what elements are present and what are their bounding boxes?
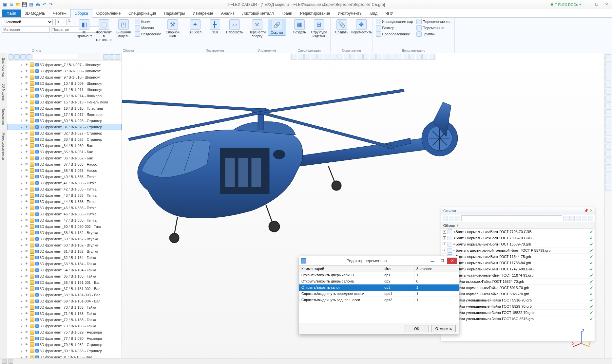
expand-icon[interactable]: ▸ — [21, 188, 24, 191]
eye-icon[interactable]: 👁 — [25, 318, 29, 321]
right-tool-icon[interactable] — [605, 89, 611, 95]
material-field[interactable] — [2, 26, 50, 33]
expand-icon[interactable]: ▸ — [21, 244, 24, 247]
tree-item[interactable]: ▸👁3D фрагмент_60 / B-1-182 - Втулка — [7, 242, 122, 248]
tree-item[interactable]: ▸👁3D фрагмент_68 / B-1-181-003 - Вал — [7, 292, 122, 298]
link-row[interactable]: +<Гайки высокие>Гайка ГОСТ 15524-70.grb✓ — [441, 279, 595, 285]
eye-icon[interactable]: 👁 — [25, 137, 29, 141]
view-tool-icon[interactable] — [383, 54, 389, 60]
link-row[interactable]: +<Болты нормальные>Болт ГОСТ 7805-70.GRB… — [441, 235, 595, 241]
right-tool-icon[interactable] — [605, 130, 611, 136]
dialog-close-button[interactable]: ✕ — [447, 258, 457, 264]
tree-item[interactable]: ▸👁3D фрагмент_7 / B-1-007 - Шпангоут — [7, 62, 122, 68]
side-tab[interactable]: Меню документов — [1, 131, 6, 162]
view-tool-icon[interactable] — [317, 54, 323, 60]
tab-ЧПУ[interactable]: ЧПУ — [381, 9, 397, 17]
right-tool-icon[interactable] — [605, 178, 611, 184]
eye-icon[interactable]: 👁 — [25, 200, 29, 203]
col-name[interactable]: Имя — [382, 266, 414, 272]
tree-item[interactable]: ▸👁3D фрагмент_41 / B-1-385 - Пятка — [7, 180, 122, 186]
tree-item[interactable]: ▸👁3D фрагмент_46 / B-1-385 - Пятка — [7, 211, 122, 217]
tree-item[interactable]: ▸👁3D фрагмент_64 / B-1-184 - Гайка — [7, 267, 122, 273]
qat-new-icon[interactable]: 🗎 — [9, 2, 14, 8]
links-chart3-icon[interactable] — [582, 216, 587, 221]
view-tool-icon[interactable] — [409, 54, 415, 60]
tab-Грани[interactable]: Грани — [277, 9, 296, 17]
weld-button[interactable]: ⚒Сварной шов — [163, 19, 182, 39]
side-tab[interactable]: 3D Модель — [1, 82, 6, 102]
eye-icon[interactable]: 👁 — [25, 206, 29, 209]
qat-save-icon[interactable]: 💾 — [22, 2, 28, 8]
expand-icon[interactable]: ▸ — [21, 237, 24, 241]
tab-Параметры[interactable]: Параметры — [160, 9, 189, 17]
tree-fwd-icon[interactable] — [14, 54, 20, 60]
expand-icon[interactable]: ▸ — [21, 63, 24, 66]
links-search-input[interactable] — [461, 215, 562, 221]
structure-button[interactable]: ⊞Структура изделия — [310, 19, 328, 39]
view-tool-icon[interactable] — [416, 54, 422, 60]
external-model-button[interactable]: ◳Внешняя модель — [114, 19, 133, 39]
expand-icon[interactable]: ▸ — [21, 132, 24, 135]
view-tool-icon[interactable] — [403, 54, 409, 60]
expand-icon[interactable]: ▸ — [21, 94, 24, 98]
eye-icon[interactable]: 👁 — [25, 231, 29, 234]
right-tool-icon[interactable] — [605, 102, 611, 108]
eye-icon[interactable]: 👁 — [25, 249, 29, 253]
eye-icon[interactable]: 👁 — [25, 131, 29, 135]
eye-icon[interactable]: 👁 — [25, 312, 29, 315]
tab-Редактирование[interactable]: Редактирование — [296, 9, 334, 17]
view-tool-icon[interactable] — [311, 54, 317, 60]
expand-icon[interactable]: ▸ — [21, 113, 24, 116]
tree-item[interactable]: ▸👁3D фрагмент_38 / B-1-063 - Насос — [7, 167, 122, 173]
link-row[interactable]: +<Гайки уменьшенные>Гайка ГОСТ 15522-70.… — [441, 310, 595, 316]
groups-button[interactable]: Группы — [415, 31, 452, 37]
expand-icon[interactable]: ▸ — [21, 343, 24, 346]
tab-Вид[interactable]: Вид — [366, 9, 381, 17]
tree-more-icon[interactable] — [115, 54, 120, 60]
split-button[interactable]: Разделение — [134, 31, 162, 37]
tree-item[interactable]: ▸👁3D фрагмент_42 / B-1-385 - Пятка — [7, 186, 122, 192]
expand-icon[interactable]: ▸ — [21, 169, 24, 172]
view-tool-icon[interactable] — [429, 54, 435, 60]
right-tool-icon[interactable] — [605, 164, 611, 170]
links-tree-icon[interactable] — [449, 216, 454, 221]
spin-arrows-icon[interactable]: ⇅ — [68, 19, 71, 25]
mate-create-button[interactable]: 📎Создать — [333, 19, 351, 35]
qat-undo-icon[interactable]: ↶ — [41, 2, 47, 8]
expand-icon[interactable]: + — [443, 236, 446, 240]
tree-item[interactable]: ▸👁3D фрагмент_71 / B-1-183 - Гайка — [7, 310, 122, 317]
expand-icon[interactable]: ▸ — [21, 281, 24, 284]
tab-3D Модель[interactable]: 3D Модель — [21, 9, 49, 17]
tree-item[interactable]: ▸👁3D фрагмент_9 / B-1-010 - Шпангоут — [7, 74, 122, 80]
tree-search-input[interactable] — [32, 54, 78, 60]
expand-icon[interactable]: ▸ — [21, 355, 24, 358]
expand-icon[interactable]: ▸ — [21, 100, 24, 104]
eye-icon[interactable]: 👁 — [25, 237, 29, 241]
tree-item[interactable]: ▸👁3D фрагмент_80 / B-1-033 - Стрингер — [7, 348, 122, 354]
tree-item[interactable]: ▸👁3D фрагмент_30 / B-1-025 - Стрингер — [7, 118, 122, 124]
qat-print-icon[interactable]: 🖶 — [35, 2, 41, 8]
col-comment[interactable]: Комментарий — [299, 266, 382, 272]
transform-button[interactable]: Преобразование — [375, 31, 414, 37]
eye-icon[interactable]: 👁 — [25, 106, 29, 110]
expand-icon[interactable]: ▸ — [21, 268, 24, 272]
tree-item[interactable]: ▸👁3D фрагмент_63 / B-1-184 - Гайка — [7, 261, 122, 267]
right-tool-icon[interactable] — [605, 185, 611, 191]
right-tool-icon[interactable] — [605, 137, 611, 143]
expand-icon[interactable]: ▸ — [21, 225, 24, 228]
eye-icon[interactable]: 👁 — [25, 212, 29, 216]
expand-icon[interactable]: ▸ — [21, 82, 24, 85]
link-row[interactable]: +<Винты нормальные>Винт ГОСТ 11738-84.gr… — [441, 260, 595, 266]
links-chart1-icon[interactable] — [569, 216, 575, 221]
expand-icon[interactable]: ▸ — [21, 262, 24, 265]
col-value[interactable]: Значение — [414, 266, 459, 272]
tree-refresh-icon[interactable] — [109, 54, 114, 60]
expand-icon[interactable]: ▸ — [21, 175, 24, 178]
variable-row[interactable]: Открыть/закрыть капотop31 — [299, 284, 459, 291]
view-tool-icon[interactable] — [363, 54, 369, 60]
3d-fragment-button[interactable]: ◧3D Фрагмент — [75, 19, 93, 39]
eye-icon[interactable]: 👁 — [25, 82, 29, 85]
tree-item[interactable]: ▸👁3D фрагмент_61 / B-1-182 - Втулка — [7, 248, 122, 254]
expand-icon[interactable]: ▸ — [21, 275, 24, 278]
expand-icon[interactable]: ▸ — [21, 318, 24, 321]
